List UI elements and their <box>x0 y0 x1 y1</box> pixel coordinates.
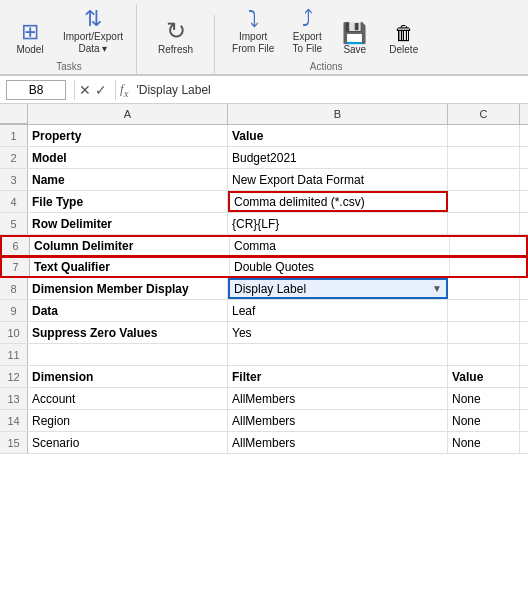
cell-a[interactable]: Text Qualifier <box>30 258 230 276</box>
cell-b-selected[interactable]: Display Label ▼ <box>228 278 448 299</box>
export-file-button[interactable]: ⤴ ExportTo File <box>285 4 329 59</box>
row-num: 6 <box>2 237 30 255</box>
model-label: Model <box>16 44 43 55</box>
cell-c[interactable] <box>448 344 520 365</box>
cell-b[interactable]: Filter <box>228 366 448 387</box>
cell-reference-input[interactable]: B8 <box>6 80 66 100</box>
cell-c[interactable] <box>448 322 520 343</box>
actions-group-label: Actions <box>310 61 343 72</box>
table-row: 14 Region AllMembers None <box>0 410 528 432</box>
cell-c[interactable]: None <box>448 410 520 431</box>
import-file-icon: ⤵ <box>248 8 259 30</box>
delete-button[interactable]: 🗑 Delete <box>380 19 427 59</box>
confirm-icon[interactable]: ✓ <box>95 82 107 98</box>
cell-c[interactable] <box>448 191 520 212</box>
row-num: 9 <box>0 300 28 321</box>
cell-b[interactable]: Yes <box>228 322 448 343</box>
row-num: 12 <box>0 366 28 387</box>
ribbon-group-tasks: ⊞ Model ⇅ Import/ExportData ▾ Tasks <box>8 4 137 74</box>
cell-a[interactable]: Scenario <box>28 432 228 453</box>
table-row: 8 Dimension Member Display Display Label… <box>0 278 528 300</box>
cell-b[interactable]: New Export Data Format <box>228 169 448 190</box>
row-num: 11 <box>0 344 28 365</box>
row-num: 14 <box>0 410 28 431</box>
cell-a[interactable]: Name <box>28 169 228 190</box>
import-file-label: ImportFrom File <box>232 31 274 55</box>
refresh-group-label <box>174 61 177 72</box>
export-file-label: ExportTo File <box>293 31 322 55</box>
row-num: 13 <box>0 388 28 409</box>
cell-c[interactable]: Value <box>448 366 520 387</box>
col-header-a: A <box>28 104 228 124</box>
cell-b[interactable]: AllMembers <box>228 432 448 453</box>
cell-c[interactable]: None <box>448 432 520 453</box>
cell-b[interactable]: Value <box>228 125 448 146</box>
cell-a[interactable]: Property <box>28 125 228 146</box>
cell-a[interactable] <box>28 344 228 365</box>
refresh-button[interactable]: ↻ Refresh <box>149 15 202 59</box>
cell-a[interactable]: Model <box>28 147 228 168</box>
table-row: 12 Dimension Filter Value <box>0 366 528 388</box>
cell-a[interactable]: File Type <box>28 191 228 212</box>
cell-c[interactable] <box>448 300 520 321</box>
table-row: 3 Name New Export Data Format <box>0 169 528 191</box>
cell-b[interactable]: {CR}{LF} <box>228 213 448 234</box>
cell-a[interactable]: Data <box>28 300 228 321</box>
cell-a[interactable]: Row Delimiter <box>28 213 228 234</box>
cell-a[interactable]: Region <box>28 410 228 431</box>
col-header-b: B <box>228 104 448 124</box>
refresh-icon: ↻ <box>166 19 186 43</box>
cell-a[interactable]: Column Delimiter <box>30 237 230 255</box>
import-export-icon: ⇅ <box>84 8 102 30</box>
cancel-icon[interactable]: ✕ <box>79 82 91 98</box>
spreadsheet: A B C 1 Property Value 2 Model Budget202… <box>0 104 528 454</box>
delete-label: Delete <box>389 44 418 55</box>
table-row: 1 Property Value <box>0 125 528 147</box>
import-export-label: Import/ExportData ▾ <box>63 31 123 55</box>
row-num: 3 <box>0 169 28 190</box>
cell-c[interactable] <box>450 258 522 276</box>
save-button[interactable]: 💾 Save <box>333 19 376 59</box>
formula-bar: B8 ✕ ✓ fx 'Display Label <box>0 76 528 104</box>
cell-a[interactable]: Dimension Member Display <box>28 278 228 299</box>
table-row: 5 Row Delimiter {CR}{LF} <box>0 213 528 235</box>
table-row: 2 Model Budget2021 <box>0 147 528 169</box>
cell-b[interactable]: Double Quotes <box>230 258 450 276</box>
column-headers: A B C <box>0 104 528 125</box>
row-num: 7 <box>2 258 30 276</box>
cell-c[interactable] <box>448 213 520 234</box>
cell-b-outlined[interactable]: Comma delimited (*.csv) <box>228 191 448 212</box>
save-icon: 💾 <box>342 23 367 43</box>
import-export-button[interactable]: ⇅ Import/ExportData ▾ <box>56 4 130 59</box>
table-row-highlighted: 7 Text Qualifier Double Quotes <box>0 256 528 278</box>
ribbon-group-refresh: ↻ Refresh <box>143 15 215 74</box>
table-row: 11 <box>0 344 528 366</box>
delete-icon: 🗑 <box>394 23 414 43</box>
save-label: Save <box>343 44 366 55</box>
formula-content: 'Display Label <box>136 83 522 97</box>
corner-cell <box>0 104 28 124</box>
cell-a[interactable]: Dimension <box>28 366 228 387</box>
cell-c[interactable]: None <box>448 388 520 409</box>
cell-b[interactable]: Comma <box>230 237 450 255</box>
cell-c[interactable] <box>448 278 520 299</box>
col-header-c: C <box>448 104 520 124</box>
cell-b[interactable]: Budget2021 <box>228 147 448 168</box>
row-num: 5 <box>0 213 28 234</box>
cell-b[interactable] <box>228 344 448 365</box>
cell-b[interactable]: AllMembers <box>228 388 448 409</box>
cell-a[interactable]: Account <box>28 388 228 409</box>
row-num: 2 <box>0 147 28 168</box>
cell-c[interactable] <box>448 147 520 168</box>
dropdown-arrow-icon[interactable]: ▼ <box>432 283 442 294</box>
cell-c[interactable] <box>448 125 520 146</box>
cell-b[interactable]: AllMembers <box>228 410 448 431</box>
table-row: 4 File Type Comma delimited (*.csv) <box>0 191 528 213</box>
cell-c[interactable] <box>450 237 522 255</box>
import-file-button[interactable]: ⤵ ImportFrom File <box>225 4 281 59</box>
cell-a[interactable]: Suppress Zero Values <box>28 322 228 343</box>
model-button[interactable]: ⊞ Model <box>8 17 52 59</box>
row-num: 10 <box>0 322 28 343</box>
cell-c[interactable] <box>448 169 520 190</box>
cell-b[interactable]: Leaf <box>228 300 448 321</box>
